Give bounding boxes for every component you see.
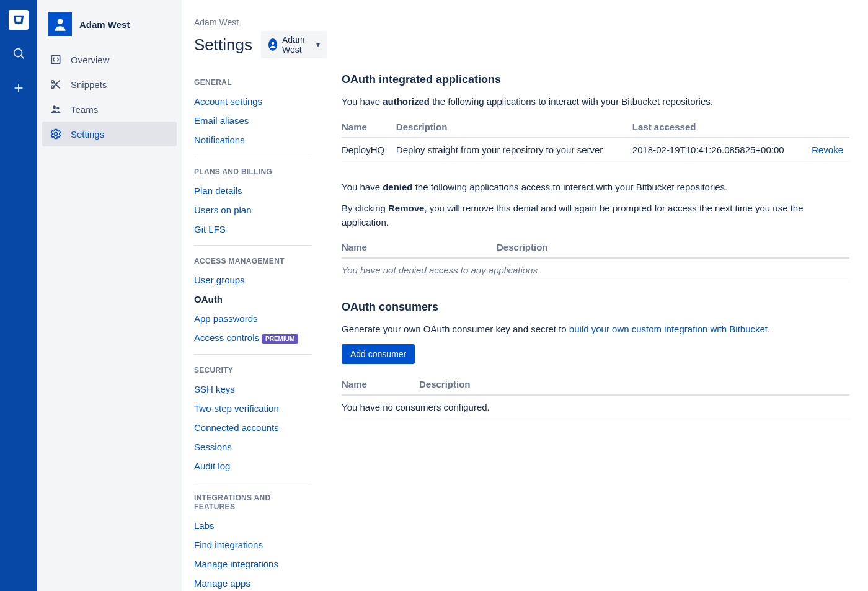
global-nav: [0, 0, 37, 591]
overview-icon: [50, 53, 62, 66]
settings-link-sessions[interactable]: Sessions: [194, 437, 312, 456]
svg-point-12: [55, 133, 58, 136]
settings-group-title: PLANS AND BILLING: [194, 161, 312, 181]
main-content: OAuth integrated applications You have a…: [324, 0, 868, 591]
remove-description: By clicking Remove, you will remove this…: [342, 202, 849, 229]
context-nav-list: Overview Snippets Teams Settings: [37, 47, 182, 146]
chevron-down-icon: ▾: [316, 40, 320, 49]
settings-link-oauth[interactable]: OAuth: [194, 290, 312, 309]
bitbucket-logo[interactable]: [9, 10, 29, 30]
svg-line-1: [21, 56, 24, 58]
settings-link-plan-details[interactable]: Plan details: [194, 181, 312, 200]
context-switcher[interactable]: Adam West ▾: [261, 31, 327, 58]
cell-name: DeployHQ: [342, 138, 396, 162]
scissors-icon: [50, 78, 62, 91]
create-icon[interactable]: [7, 77, 30, 99]
table-row: DeployHQDeploy straight from your reposi…: [342, 138, 849, 162]
settings-group-title: GENERAL: [194, 72, 312, 92]
nav-label: Overview: [71, 55, 110, 65]
col-name: Name: [342, 374, 419, 395]
col-name: Name: [342, 117, 396, 138]
settings-link-find-integrations[interactable]: Find integrations: [194, 535, 312, 554]
svg-point-4: [58, 19, 63, 24]
settings-link-account-settings[interactable]: Account settings: [194, 92, 312, 111]
col-description: Description: [497, 237, 849, 258]
col-last-accessed: Last accessed: [632, 117, 808, 138]
switcher-name: Adam West: [282, 35, 309, 55]
settings-link-users-on-plan[interactable]: Users on plan: [194, 200, 312, 220]
authorized-description: You have authorized the following applic…: [342, 95, 849, 109]
settings-link-manage-integrations[interactable]: Manage integrations: [194, 554, 312, 574]
svg-point-0: [14, 49, 22, 57]
gear-icon: [50, 128, 62, 140]
cell-description: Deploy straight from your repository to …: [396, 138, 632, 162]
nav-snippets[interactable]: Snippets: [42, 72, 177, 97]
oauth-integrated-title: OAuth integrated applications: [342, 73, 849, 86]
settings-sidebar: Adam West Settings Adam West ▾ GENERALAc…: [182, 0, 324, 591]
custom-integration-link[interactable]: build your own custom integration with B…: [569, 324, 768, 334]
settings-link-connected-accounts[interactable]: Connected accounts: [194, 418, 312, 437]
settings-link-ssh-keys[interactable]: SSH keys: [194, 380, 312, 399]
add-consumer-button[interactable]: Add consumer: [342, 344, 415, 364]
settings-link-audit-log[interactable]: Audit log: [194, 456, 312, 476]
col-description: Description: [396, 117, 632, 138]
authorized-table: Name Description Last accessed DeployHQD…: [342, 117, 849, 162]
denied-table: Name Description You have not denied acc…: [342, 237, 849, 282]
settings-group-title: ACCESS MANAGEMENT: [194, 251, 312, 270]
page-title: Settings: [194, 35, 252, 55]
avatar-icon: [268, 38, 277, 51]
oauth-consumers-title: OAuth consumers: [342, 301, 849, 314]
settings-group-title: SECURITY: [194, 360, 312, 380]
consumers-empty: You have no consumers configured.: [342, 395, 849, 419]
nav-overview[interactable]: Overview: [42, 47, 177, 72]
nav-label: Teams: [71, 104, 98, 115]
settings-link-user-groups[interactable]: User groups: [194, 270, 312, 290]
revoke-link[interactable]: Revoke: [807, 144, 843, 155]
col-description: Description: [419, 374, 849, 395]
consumers-table: Name Description You have no consumers c…: [342, 374, 849, 419]
context-user-name: Adam West: [79, 19, 130, 30]
settings-link-labs[interactable]: Labs: [194, 516, 312, 535]
denied-description: You have denied the following applicatio…: [342, 180, 849, 195]
settings-link-notifications[interactable]: Notifications: [194, 130, 312, 149]
breadcrumb[interactable]: Adam West: [194, 17, 324, 27]
nav-label: Settings: [71, 129, 104, 140]
cell-last-accessed: 2018-02-19T10:41:26.085825+00:00: [632, 138, 808, 162]
settings-link-access-controls[interactable]: Access controlsPREMIUM: [194, 328, 312, 348]
context-nav: Adam West Overview Snippets Teams: [37, 0, 182, 591]
consumers-description: Generate your own OAuth consumer key and…: [342, 322, 849, 337]
context-header: Adam West: [37, 12, 182, 47]
svg-point-13: [272, 42, 275, 45]
nav-teams[interactable]: Teams: [42, 97, 177, 122]
avatar: [48, 12, 72, 36]
settings-link-manage-apps[interactable]: Manage apps: [194, 574, 312, 591]
nav-settings[interactable]: Settings: [42, 122, 177, 146]
search-icon[interactable]: [7, 42, 30, 64]
teams-icon: [50, 103, 62, 115]
svg-point-10: [53, 105, 56, 109]
settings-link-email-aliases[interactable]: Email aliases: [194, 111, 312, 130]
nav-label: Snippets: [71, 79, 107, 90]
settings-group-title: INTEGRATIONS AND FEATURES: [194, 487, 312, 516]
premium-badge: PREMIUM: [262, 334, 298, 344]
svg-point-11: [56, 107, 59, 109]
col-name: Name: [342, 237, 497, 258]
denied-empty: You have not denied access to any applic…: [342, 258, 849, 282]
settings-link-app-passwords[interactable]: App passwords: [194, 309, 312, 328]
settings-link-two-step-verification[interactable]: Two-step verification: [194, 399, 312, 418]
settings-link-git-lfs[interactable]: Git LFS: [194, 220, 312, 239]
